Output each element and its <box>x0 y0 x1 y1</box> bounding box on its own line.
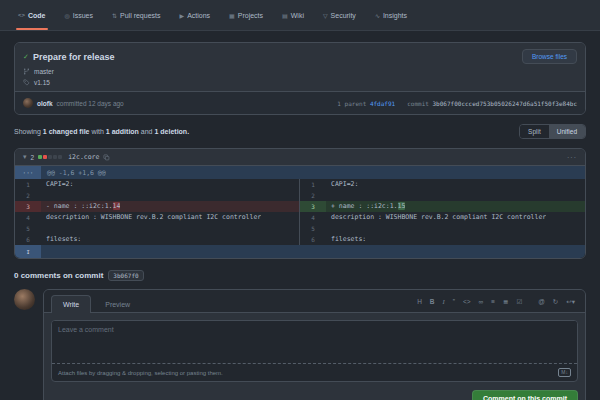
diffstat-add-block <box>38 155 42 159</box>
tag-name[interactable]: v1.15 <box>34 79 50 86</box>
tag-icon <box>23 79 30 86</box>
numbered-list-icon[interactable]: ≣ <box>503 299 508 306</box>
unified-view-button[interactable]: Unified <box>549 125 585 138</box>
comment-submit-button[interactable]: Comment on this commit <box>472 390 578 400</box>
line-number[interactable]: 4 <box>300 212 326 223</box>
markdown-toolbar: H B I ” <> ∞ ≡ ≣ ☑ @ ↻ ↩▾ <box>414 299 578 313</box>
tag-row: v1.15 <box>23 79 577 86</box>
diff-pane-old: 1 CAPI=2: 2 3 - name : ::i2c:1.14 4 desc… <box>15 179 300 245</box>
security-icon: ▽ <box>323 12 328 19</box>
diffstat-del-block <box>43 155 47 159</box>
line-code: description : WISHBONE rev.B.2 compliant… <box>41 212 261 223</box>
browse-files-button[interactable]: Browse files <box>522 49 577 64</box>
line-number[interactable]: 2 <box>300 190 326 201</box>
diff-line: 5 <box>300 223 585 234</box>
tab-preview[interactable]: Preview <box>93 295 142 313</box>
diff-line: 6 filesets: <box>15 234 299 245</box>
projects-icon: ▦ <box>229 12 235 19</box>
nav-tab-security[interactable]: ▽ Security <box>321 0 358 30</box>
split-view-button[interactable]: Split <box>520 125 549 138</box>
saved-replies-icon[interactable]: ↩▾ <box>566 299 575 306</box>
file-name[interactable]: i2c.core <box>68 153 99 161</box>
diffstat-blocks <box>38 155 62 159</box>
author-login[interactable]: olofk <box>37 100 53 107</box>
attach-files-bar[interactable]: Attach files by dragging & dropping, sel… <box>52 363 577 381</box>
heading-icon[interactable]: H <box>417 299 422 306</box>
line-number[interactable]: 3 <box>300 201 326 212</box>
line-number[interactable]: 1 <box>300 179 326 190</box>
tab-write[interactable]: Write <box>51 295 91 313</box>
quote-icon[interactable]: ” <box>453 299 455 306</box>
deleted-word-highlight: 14 <box>113 202 121 210</box>
copy-icon[interactable] <box>103 154 110 161</box>
diff-summary-row: Showing 1 changed file with 1 addition a… <box>14 124 586 139</box>
line-number[interactable]: 6 <box>300 234 326 245</box>
commit-short-hash-chip[interactable]: 3b067f0 <box>108 270 143 281</box>
diff-file-header: ▾ 2 i2c.core ··· <box>15 149 585 166</box>
commit-header: ✓ Prepare for release Browse files maste… <box>15 43 585 91</box>
markdown-icon: M↓ <box>558 368 571 377</box>
nav-tab-label: Pull requests <box>120 12 160 19</box>
parent-label: 1 parent <box>337 100 366 107</box>
branch-row: master <box>23 68 577 75</box>
nav-tab-actions[interactable]: ▶ Actions <box>178 0 213 30</box>
nav-tab-issues[interactable]: ◎ Issues <box>63 0 95 30</box>
mention-icon[interactable]: @ <box>538 299 545 306</box>
repo-nav: <> Code ◎ Issues ⇅ Pull requests ▶ Actio… <box>0 0 600 31</box>
bold-icon[interactable]: B <box>430 299 435 306</box>
line-number[interactable]: 3 <box>15 201 41 212</box>
bullet-list-icon[interactable]: ≡ <box>491 299 495 306</box>
nav-tab-label: Security <box>331 12 356 19</box>
chevron-down-icon[interactable]: ▾ <box>23 153 27 161</box>
author-avatar[interactable] <box>23 98 33 108</box>
line-code <box>41 223 46 234</box>
italic-icon[interactable]: I <box>443 299 445 306</box>
line-number[interactable]: 6 <box>15 234 41 245</box>
added-word-highlight: 15 <box>398 202 406 210</box>
nav-tab-wiki[interactable]: ▤ Wiki <box>280 0 306 30</box>
actions-icon: ▶ <box>180 12 185 19</box>
parent-hash-link[interactable]: 4fdaf91 <box>370 100 395 107</box>
expand-hunk-button[interactable]: ··· <box>15 166 41 179</box>
commit-meta-bar: olofk committed 12 days ago 1 parent 4fd… <box>15 91 585 114</box>
code-icon[interactable]: <> <box>463 299 471 306</box>
diff-line-deletion: 3 - name : ::i2c:1.14 <box>15 201 299 212</box>
diff-line: 4 description : WISHBONE rev.B.2 complia… <box>15 212 299 223</box>
comment-textarea[interactable] <box>52 321 577 363</box>
line-number[interactable]: 4 <box>15 212 41 223</box>
line-number[interactable]: 2 <box>15 190 41 201</box>
nav-tab-label: Actions <box>187 12 210 19</box>
code-icon: <> <box>18 12 25 18</box>
cross-reference-icon[interactable]: ↻ <box>553 299 558 306</box>
insights-icon: ∿ <box>375 12 380 19</box>
hunk-header-text: @@ -1,6 +1,6 @@ <box>41 166 106 179</box>
branch-name[interactable]: master <box>34 68 54 75</box>
comment-input-wrap: Attach files by dragging & dropping, sel… <box>51 320 578 382</box>
comment-box: Write Preview H B I ” <> ∞ ≡ ≣ ☑ @ ↻ ↩▾ <box>43 289 586 400</box>
commit-info: commit 3b067f00ccced753b05026247d6a51f50… <box>407 100 577 107</box>
current-user-avatar[interactable] <box>14 289 35 310</box>
task-list-icon[interactable]: ☑ <box>516 299 522 306</box>
line-code: CAPI=2: <box>41 179 73 190</box>
line-code <box>326 190 331 201</box>
nav-tab-code[interactable]: <> Code <box>16 0 48 30</box>
diff-view-toggle: Split Unified <box>519 124 586 139</box>
kebab-menu-icon[interactable]: ··· <box>567 154 577 161</box>
expand-down-icon[interactable]: ↧ <box>15 245 41 258</box>
diff-pane-new: 1 CAPI=2: 2 3 + name : ::i2c:1.15 4 desc… <box>300 179 585 245</box>
line-number[interactable]: 1 <box>15 179 41 190</box>
diff-line: 2 <box>300 190 585 201</box>
nav-tab-insights[interactable]: ∿ Insights <box>373 0 409 30</box>
line-number[interactable]: 5 <box>300 223 326 234</box>
nav-tab-projects[interactable]: ▦ Projects <box>227 0 265 30</box>
check-icon: ✓ <box>23 53 29 61</box>
nav-tab-label: Insights <box>383 12 407 19</box>
line-number[interactable]: 5 <box>15 223 41 234</box>
link-icon[interactable]: ∞ <box>479 299 484 306</box>
parent-info: 1 parent 4fdaf91 <box>337 100 395 107</box>
page-content: ✓ Prepare for release Browse files maste… <box>0 31 600 400</box>
line-code <box>326 223 331 234</box>
line-code: + name : ::i2c:1.15 <box>326 201 405 212</box>
diff-line: 1 CAPI=2: <box>15 179 299 190</box>
nav-tab-pull-requests[interactable]: ⇅ Pull requests <box>110 0 163 30</box>
